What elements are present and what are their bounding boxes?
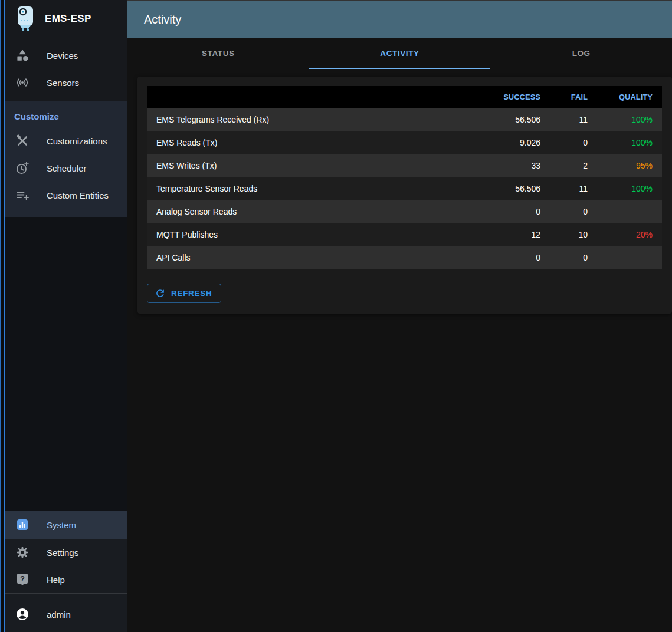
sidebar-item-devices[interactable]: Devices (5, 42, 127, 69)
sidebar-main-section: Devices Sensors (5, 38, 127, 101)
row-fail-value: 11 (550, 177, 597, 200)
account-circle-icon (15, 607, 29, 621)
tab-activity[interactable]: ACTIVITY (309, 38, 491, 69)
row-label: API Calls (147, 246, 473, 269)
row-success-value: 12 (473, 223, 550, 246)
row-success-value: 56.506 (473, 108, 550, 131)
row-label: EMS Telegrams Received (Rx) (147, 108, 473, 131)
refresh-button-label: REFRESH (171, 289, 212, 298)
sidebar-item-customizations[interactable]: Customizations (5, 127, 127, 154)
table-row: Analog Sensor Reads 0 0 (147, 200, 662, 223)
appbar: Activity (127, 0, 672, 38)
sidebar-item-system[interactable]: System (5, 511, 127, 539)
row-fail-value: 0 (550, 131, 597, 154)
refresh-button[interactable]: REFRESH (147, 284, 221, 303)
row-label: EMS Reads (Tx) (147, 131, 473, 154)
table-row: EMS Reads (Tx) 9.026 0 100% (147, 131, 662, 154)
column-header-fail: FAIL (550, 86, 597, 108)
sidebar-item-label: Devices (47, 51, 78, 61)
main-area: Activity STATUS ACTIVITY LOG SUCCESS FAI… (127, 0, 672, 632)
tab-status[interactable]: STATUS (127, 38, 309, 69)
row-fail-value: 0 (550, 246, 597, 269)
row-fail-value: 0 (550, 200, 597, 223)
row-label: Analog Sensor Reads (147, 200, 473, 223)
sidebar-item-label: Sensors (47, 78, 79, 88)
column-header-quality: QUALITY (597, 86, 662, 108)
column-header-success: SUCCESS (473, 86, 550, 108)
row-success-value: 0 (473, 246, 550, 269)
sidebar-item-label: System (47, 520, 76, 530)
refresh-icon (155, 288, 166, 299)
tab-log[interactable]: LOG (490, 38, 672, 69)
sidebar-item-help[interactable]: ? Help (5, 566, 127, 593)
row-success-value: 33 (473, 154, 550, 177)
row-quality-value: 100% (597, 177, 662, 200)
row-quality-value (597, 200, 662, 223)
sidebar-item-scheduler[interactable]: Scheduler (5, 154, 127, 182)
tab-panel-activity: SUCCESS FAIL QUALITY EMS Telegrams Recei… (127, 69, 672, 632)
username-label: admin (47, 610, 71, 620)
sidebar-item-custom-entities[interactable]: Custom Entities (5, 182, 127, 209)
sidebar: EMS-ESP Devices (5, 0, 127, 632)
ems-esp-logo-icon (14, 6, 37, 32)
row-label: EMS Writes (Tx) (147, 154, 473, 177)
row-label: Temperature Sensor Reads (147, 177, 473, 200)
svg-text:?: ? (20, 575, 25, 583)
table-header-row: SUCCESS FAIL QUALITY (147, 86, 662, 108)
app-root: EMS-ESP Devices (0, 0, 672, 632)
row-success-value: 0 (473, 200, 550, 223)
sidebar-user-section: admin (5, 594, 127, 632)
sidebar-item-admin[interactable]: admin (5, 601, 127, 628)
sidebar-item-label: Scheduler (47, 163, 87, 173)
row-quality-value: 100% (597, 131, 662, 154)
sidebar-item-label: Custom Entities (47, 190, 109, 200)
sidebar-header: EMS-ESP (5, 0, 127, 38)
sidebar-item-sensors[interactable]: Sensors (5, 69, 127, 96)
column-header-name (147, 86, 473, 108)
analytics-icon (15, 518, 29, 532)
customize-section-label: Customize (5, 101, 127, 127)
activity-panel: SUCCESS FAIL QUALITY EMS Telegrams Recei… (137, 77, 672, 314)
gear-icon (15, 545, 29, 559)
sidebar-item-label: Help (47, 575, 65, 585)
table-row: Temperature Sensor Reads 56.506 11 100% (147, 177, 662, 200)
construction-icon (15, 134, 29, 148)
sidebar-bottom-section: System (5, 511, 127, 593)
app-title: EMS-ESP (45, 13, 91, 25)
row-quality-value: 20% (597, 223, 662, 246)
category-icon (15, 48, 29, 62)
sidebar-customize-section: Customize Customizations (5, 101, 127, 217)
row-quality-value (597, 246, 662, 269)
row-success-value: 56.506 (473, 177, 550, 200)
playlist-add-icon (15, 188, 29, 202)
table-row: EMS Writes (Tx) 33 2 95% (147, 154, 662, 177)
row-label: MQTT Publishes (147, 223, 473, 246)
window-edge (0, 0, 5, 632)
row-quality-value: 95% (597, 154, 662, 177)
page-title: Activity (144, 13, 181, 27)
table-row: EMS Telegrams Received (Rx) 56.506 11 10… (147, 108, 662, 131)
sidebar-item-label: Settings (47, 548, 78, 558)
row-success-value: 9.026 (473, 131, 550, 154)
more-time-icon (15, 161, 29, 175)
sidebar-item-settings[interactable]: Settings (5, 539, 127, 566)
row-quality-value: 100% (597, 108, 662, 131)
activity-table: SUCCESS FAIL QUALITY EMS Telegrams Recei… (147, 86, 662, 269)
table-row: API Calls 0 0 (147, 246, 662, 269)
tab-bar: STATUS ACTIVITY LOG (127, 38, 672, 69)
row-fail-value: 2 (550, 154, 597, 177)
sidebar-spacer (5, 217, 127, 511)
sensors-icon (15, 75, 29, 90)
row-fail-value: 11 (550, 108, 597, 131)
table-row: MQTT Publishes 12 10 20% (147, 223, 662, 246)
row-fail-value: 10 (550, 223, 597, 246)
help-icon: ? (15, 572, 29, 587)
sidebar-item-label: Customizations (47, 136, 107, 146)
